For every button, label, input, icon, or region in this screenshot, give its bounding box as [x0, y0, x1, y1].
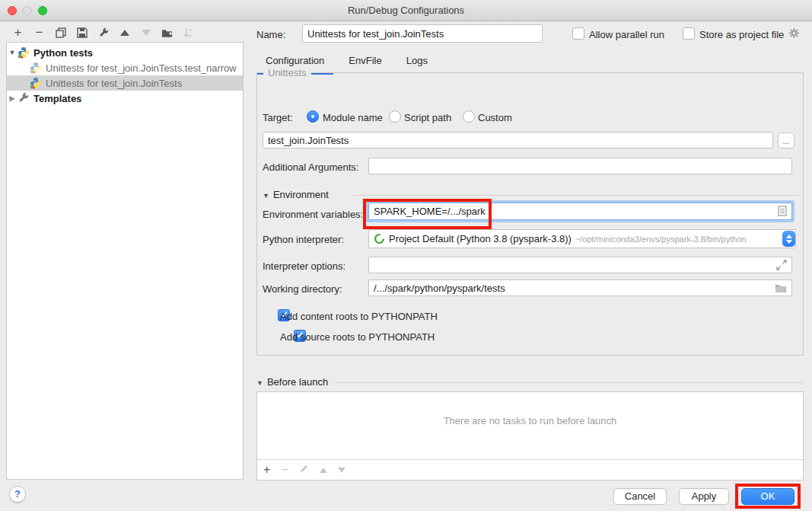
tree-item-label: Unittests for test_join.JoinTests.test_n… [46, 62, 237, 74]
interpreter-options-input[interactable] [368, 257, 792, 273]
tree-item-templates[interactable]: ▶ Templates [7, 91, 243, 106]
environment-variables-input[interactable] [368, 203, 792, 220]
tree-item-jointests[interactable]: Unittests for test_join.JoinTests [7, 75, 243, 91]
working-directory-input[interactable] [368, 279, 792, 296]
python-interpreter-value: Project Default (Python 3.8 (pyspark-3.8… [389, 233, 572, 244]
interpreter-dropdown-stepper-icon[interactable] [782, 231, 795, 247]
remove-icon[interactable]: − [281, 463, 288, 477]
target-script-path-label: Script path [404, 112, 451, 123]
chevron-down-icon[interactable]: ▼ [7, 49, 18, 56]
chevron-right-icon[interactable]: ▶ [7, 94, 18, 102]
tree-item-label: Python tests [33, 47, 93, 59]
add-source-roots-label: Add source roots to PYTHONPATH [280, 331, 435, 343]
browse-button[interactable]: ... [778, 133, 794, 149]
environment-variables-label: Environment variables: [263, 209, 363, 220]
folder-icon[interactable] [775, 283, 787, 296]
python-run-config-icon [30, 77, 42, 89]
copy-icon[interactable] [55, 27, 66, 39]
templates-wrench-icon [18, 92, 30, 104]
edit-icon[interactable] [299, 463, 309, 477]
environment-section-header[interactable]: ▼Environment [263, 189, 329, 200]
new-folder-icon[interactable] [161, 27, 173, 39]
svg-text:z: z [189, 34, 192, 38]
before-launch-section-header[interactable]: ▼Before launch [256, 376, 328, 388]
working-directory-label: Working directory: [263, 283, 342, 295]
move-up-icon[interactable] [320, 468, 327, 473]
run-configurations-tree: ▼ Python tests Unittests for test_join.J… [6, 42, 244, 480]
interpreter-options-label: Interpreter options: [263, 260, 345, 272]
add-icon[interactable]: + [263, 465, 270, 475]
ok-button[interactable]: OK [741, 488, 794, 505]
move-down-icon[interactable] [140, 27, 151, 39]
target-script-path-radio[interactable] [389, 110, 401, 123]
additional-arguments-label: Additional Arguments: [263, 161, 358, 173]
group-title: Unittests [263, 67, 311, 78]
python-interpreter-label: Python interpreter: [263, 234, 344, 245]
help-button[interactable]: ? [9, 486, 26, 503]
store-as-project-file-label: Store as project file [699, 29, 784, 40]
python-interpreter-select[interactable]: Project Default (Python 3.8 (pyspark-3.8… [368, 229, 796, 248]
move-down-icon[interactable] [338, 468, 345, 473]
tab-logs[interactable]: Logs [397, 50, 437, 75]
sort-alphabetically-icon[interactable]: az [183, 27, 194, 39]
window-title: Run/Debug Configurations [0, 5, 812, 16]
python-tests-icon [18, 46, 30, 59]
before-launch-task-list: There are no tasks to run before launch … [256, 391, 804, 481]
store-as-project-file-checkbox[interactable] [683, 27, 695, 40]
save-icon[interactable] [76, 27, 88, 39]
tab-envfile[interactable]: EnvFile [339, 50, 390, 75]
tree-item-label: Unittests for test_join.JoinTests [46, 78, 182, 89]
name-label: Name: [256, 29, 285, 40]
module-name-input[interactable] [263, 132, 773, 149]
before-launch-title: Before launch [267, 376, 328, 388]
cancel-button[interactable]: Cancel [613, 488, 667, 505]
configurations-toolbar: + − az [12, 25, 194, 40]
target-label: Target: [263, 112, 293, 123]
python-interpreter-path: ~/opt/miniconda3/envs/pyspark-3.8/bin/py… [575, 235, 747, 244]
move-up-icon[interactable] [119, 27, 130, 39]
before-launch-toolbar: + − [257, 459, 803, 480]
env-list-icon[interactable] [778, 206, 787, 219]
edit-templates-icon[interactable] [97, 27, 109, 39]
section-divider [335, 382, 804, 383]
apply-button[interactable]: Apply [679, 488, 729, 505]
gear-icon[interactable] [788, 27, 800, 39]
conda-env-icon [374, 233, 385, 244]
target-custom-radio[interactable] [463, 110, 475, 123]
tree-item-python-tests[interactable]: ▼ Python tests [7, 45, 243, 60]
allow-parallel-run-checkbox[interactable] [572, 27, 584, 40]
chevron-down-icon: ▼ [263, 192, 269, 200]
chevron-down-icon: ▼ [256, 379, 263, 387]
expand-field-icon[interactable] [776, 260, 787, 273]
before-launch-empty-text: There are no tasks to run before launch [257, 415, 803, 426]
target-custom-label: Custom [478, 112, 512, 123]
add-content-roots-label: Add content roots to PYTHONPATH [280, 311, 438, 322]
name-input[interactable] [302, 24, 543, 43]
additional-arguments-input[interactable] [368, 158, 792, 174]
environment-section-title: Environment [273, 189, 329, 200]
title-bar: Run/Debug Configurations [0, 0, 812, 21]
target-module-name-radio[interactable] [307, 110, 319, 123]
tree-item-test-narrow[interactable]: Unittests for test_join.JoinTests.test_n… [7, 60, 243, 75]
tree-item-label: Templates [33, 93, 81, 104]
add-icon[interactable]: + [12, 27, 24, 39]
target-module-name-label: Module name [323, 112, 383, 123]
svg-text:a: a [189, 27, 193, 32]
python-run-config-icon [30, 62, 42, 74]
remove-icon[interactable]: − [33, 27, 45, 39]
section-divider [352, 195, 799, 196]
allow-parallel-run-label: Allow parallel run [589, 29, 664, 40]
